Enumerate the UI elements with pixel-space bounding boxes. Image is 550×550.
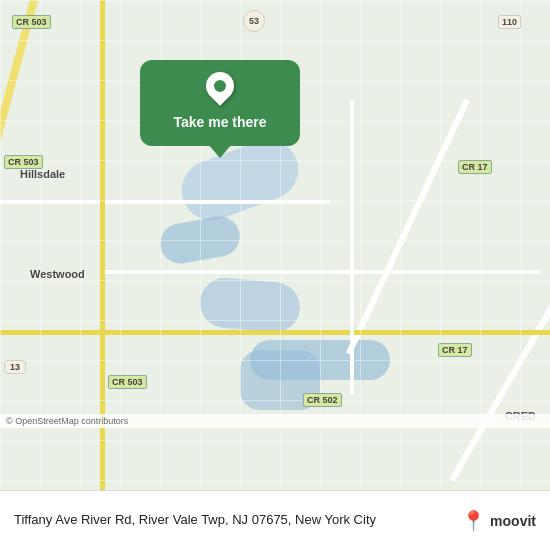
copyright-text: © OpenStreetMap contributors [6,416,128,426]
location-pin-icon [200,66,240,106]
road [350,100,354,394]
map-container: CR 503 53 110 CR 503 CR 17 13 CR 503 CR … [0,0,550,490]
water-area [198,276,302,335]
map-popup: Take me there [140,60,300,146]
town-label-westwood: Westwood [30,268,85,280]
moovit-logo: 📍 moovit [461,509,536,533]
bottom-bar: Tiffany Ave River Rd, River Vale Twp, NJ… [0,490,550,550]
road-label-53: 53 [243,10,265,32]
copyright-bar: © OpenStreetMap contributors [0,414,550,428]
town-label-hillsdale: Hillsdale [20,168,65,180]
road-label-cr503-bottom: CR 503 [108,375,147,389]
road-label-cr17-top: CR 17 [458,160,492,174]
moovit-pin-icon: 📍 [461,509,486,533]
road [0,330,550,335]
road-label-cr503-mid: CR 503 [4,155,43,169]
moovit-brand-text: moovit [490,513,536,529]
road-label-13: 13 [4,360,26,374]
take-me-there-button[interactable]: Take me there [160,114,280,130]
popup-bubble: Take me there [140,60,300,146]
road-label-cr502: CR 502 [303,393,342,407]
road [0,200,330,204]
road [100,270,540,274]
road-label-cr503-top: CR 503 [12,15,51,29]
address-text: Tiffany Ave River Rd, River Vale Twp, NJ… [14,512,461,529]
road-label-110: 110 [498,15,521,29]
road-label-cr17-bottom: CR 17 [438,343,472,357]
